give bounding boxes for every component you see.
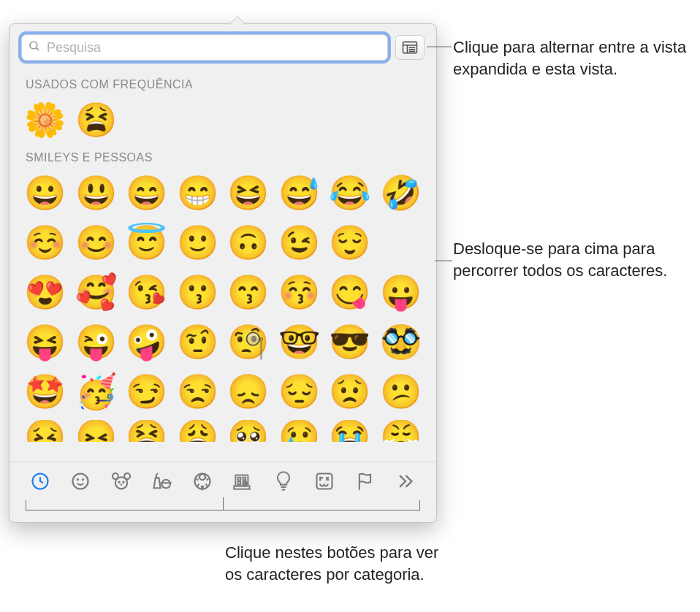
emoji-item[interactable]: 🤪	[126, 321, 168, 363]
search-icon	[28, 39, 41, 56]
svg-point-0	[30, 42, 37, 49]
emoji-item[interactable]: 😞	[227, 370, 270, 413]
emoji-item[interactable]: 😖	[75, 420, 117, 442]
emoji-item[interactable]: 😩	[176, 420, 218, 442]
activity-icon	[192, 471, 213, 494]
emoji-item[interactable]: ☺️	[24, 221, 66, 264]
recent-icon	[30, 471, 50, 494]
emoji-item[interactable]: 🤣	[379, 172, 422, 214]
category-travel-button[interactable]	[224, 468, 262, 497]
emoji-item[interactable]: 😂	[329, 172, 371, 214]
emoji-item[interactable]: 🥸	[379, 321, 422, 363]
emoji-item[interactable]: 😌	[329, 221, 371, 264]
smileys-icon	[70, 471, 91, 494]
emoji-item[interactable]: 😔	[278, 370, 320, 413]
emoji-item[interactable]: 😗	[176, 271, 218, 313]
emoji-item[interactable]: 😄	[126, 172, 168, 214]
emoji-item[interactable]: 😢	[278, 420, 320, 442]
emoji-item[interactable]: 🙃	[227, 221, 270, 264]
category-flags-button[interactable]	[346, 468, 384, 497]
emoji-item[interactable]: 😃	[75, 172, 117, 214]
emoji-item[interactable]: 🥺	[227, 420, 270, 442]
category-symbols-button[interactable]	[305, 468, 343, 497]
emoji-item[interactable]: 😙	[227, 271, 270, 313]
callout-expand: Clique para alternar entre a vista expan…	[453, 37, 687, 80]
callout-leader-2	[435, 260, 452, 261]
emoji-item[interactable]: 😊	[75, 221, 117, 264]
popover-arrow	[229, 17, 246, 26]
emoji-item[interactable]: 😝	[24, 321, 66, 363]
emoji-item[interactable]: 🌼	[24, 99, 66, 141]
emoji-item[interactable]: 😅	[278, 172, 320, 214]
svg-rect-24	[316, 474, 332, 489]
food-icon	[151, 471, 173, 494]
category-objects-button[interactable]	[265, 468, 303, 497]
emoji-item[interactable]: 😀	[24, 172, 66, 214]
emoji-item[interactable]: 🤨	[176, 321, 218, 363]
emoji-item[interactable]: 😘	[126, 271, 168, 313]
search-wrapper	[21, 34, 388, 61]
svg-point-9	[73, 474, 88, 489]
emoji-item[interactable]: 😍	[24, 271, 66, 313]
emoji-item[interactable]: 🥰	[75, 271, 117, 313]
category-smileys-button[interactable]	[62, 468, 100, 497]
frequent-emoji-grid: 🌼😫	[23, 99, 423, 141]
category-row	[17, 468, 429, 497]
svg-rect-20	[243, 478, 246, 481]
emoji-item[interactable]: 😇	[126, 221, 168, 264]
section-header-frequent: USADOS COM FREQUÊNCIA	[26, 78, 423, 91]
emoji-item[interactable]: 🥳	[75, 370, 117, 413]
emoji-item[interactable]: 😒	[176, 370, 218, 413]
emoji-item[interactable]: 😎	[329, 321, 371, 363]
emoji-item[interactable]: 😫	[126, 420, 168, 442]
category-recent-button[interactable]	[21, 468, 59, 497]
emoji-item[interactable]: 🤩	[24, 370, 66, 413]
flags-icon	[356, 471, 375, 494]
smileys-emoji-grid: 😀😃😄😁😆😅😂🤣☺️😊😇🙂🙃😉😌😍🥰😘😗😙😚😋😛😝😜🤪🤨🧐🤓😎🥸🤩🥳😏😒😞😔😟😕…	[23, 172, 423, 442]
category-bracket	[26, 500, 420, 510]
category-food-button[interactable]	[143, 468, 181, 497]
svg-rect-21	[237, 482, 240, 485]
content-area[interactable]: USADOS COM FREQUÊNCIA 🌼😫 SMILEYS E PESSO…	[9, 68, 436, 462]
emoji-item[interactable]: 😜	[75, 321, 117, 363]
symbols-icon	[314, 471, 335, 494]
svg-point-11	[83, 479, 83, 480]
emoji-item[interactable]: 😏	[126, 370, 168, 413]
more-icon	[397, 474, 414, 491]
emoji-item[interactable]: 😉	[278, 221, 320, 264]
svg-point-15	[118, 481, 119, 482]
svg-point-13	[113, 473, 118, 479]
emoji-item[interactable]: 😭	[329, 420, 371, 442]
top-bar	[9, 24, 436, 68]
objects-icon	[274, 470, 293, 495]
emoji-item[interactable]: 😟	[329, 370, 371, 413]
emoji-item[interactable]: 😆	[227, 172, 270, 214]
emoji-item[interactable]: 😚	[278, 271, 320, 313]
section-header-smileys: SMILEYS E PESSOAS	[26, 151, 423, 164]
character-viewer-popover: USADOS COM FREQUÊNCIA 🌼😫 SMILEYS E PESSO…	[9, 23, 437, 523]
callout-categories: Clique nestes botões para ver os caracte…	[225, 542, 444, 585]
category-more-button[interactable]	[387, 468, 425, 497]
category-bottom-bar	[9, 462, 436, 522]
callout-leader-1	[427, 46, 452, 47]
emoji-item[interactable]: 😁	[176, 172, 218, 214]
svg-point-14	[124, 473, 130, 479]
emoji-item[interactable]: 😕	[379, 370, 422, 413]
svg-point-16	[123, 481, 123, 482]
emoji-item[interactable]: 😛	[379, 271, 422, 313]
emoji-item[interactable]: 😤	[379, 420, 422, 442]
svg-line-1	[36, 47, 39, 50]
emoji-item[interactable]: 🤓	[278, 321, 320, 363]
animals-icon	[110, 471, 132, 494]
search-input[interactable]	[21, 34, 388, 61]
emoji-item[interactable]: 😣	[24, 420, 66, 442]
emoji-item[interactable]: 😋	[329, 271, 371, 313]
svg-rect-23	[234, 486, 249, 489]
expand-view-button[interactable]	[395, 35, 425, 60]
category-animals-button[interactable]	[102, 468, 140, 497]
callout-scroll: Desloque-se para cima para percorrer tod…	[453, 238, 687, 281]
category-activity-button[interactable]	[183, 468, 221, 497]
emoji-item[interactable]: 🙂	[176, 221, 218, 264]
emoji-item[interactable]: 😫	[75, 99, 117, 141]
emoji-item[interactable]: 🧐	[227, 321, 270, 363]
